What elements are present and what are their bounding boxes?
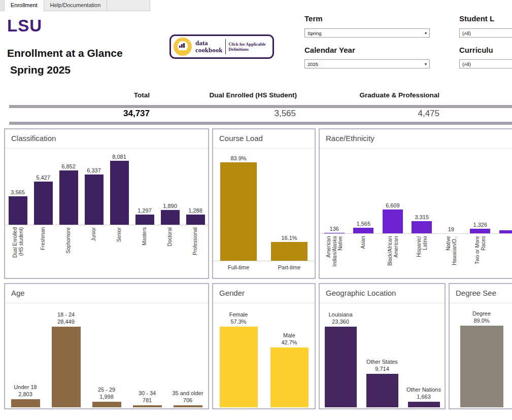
gender-bar[interactable] (270, 347, 309, 407)
bar-slot: 19 (436, 149, 466, 233)
geographic_location-bar[interactable] (366, 374, 398, 407)
classification-bar[interactable] (110, 161, 129, 225)
bar-slot: 3,565 (5, 149, 30, 225)
classification-bar[interactable] (85, 174, 104, 225)
tab-enrollment[interactable]: Enrollment (4, 0, 44, 11)
age-bar[interactable] (52, 327, 81, 407)
geographic-location-chart: Louisiana23,360Other States9,714Other Na… (320, 303, 445, 407)
axis-category-label: Hispanic/Latino (407, 234, 437, 277)
bar-slot: 136 (320, 149, 349, 233)
bar-value-label: 6,337 (87, 167, 101, 173)
bar-slot: 1,297 (132, 149, 157, 225)
chart-title-age: Age (5, 284, 208, 303)
bar-category-value-label: Under 182,803 (14, 383, 37, 398)
mini-bar-chart-icon (179, 43, 185, 48)
student-level-dropdown[interactable]: (All) (459, 28, 512, 38)
bar-slot: 5,427 (30, 149, 56, 225)
classification-bar[interactable] (161, 210, 180, 225)
race_ethnicity-bar[interactable] (383, 209, 403, 233)
bar-value-label: 136 (330, 226, 339, 232)
panel-gender: Gender Female57.3%Male42.7% (212, 283, 316, 409)
age-bar[interactable] (92, 402, 121, 407)
panel-degree-seeking: Degree See Degree89.0% (449, 283, 512, 409)
bar-slot-clipped (495, 149, 512, 233)
axis-category-label: Black/AfricanAmerican (378, 234, 407, 277)
age-bar[interactable] (174, 405, 202, 407)
degree_seeking-bar[interactable] (460, 326, 503, 407)
bar-value-label: 6,852 (61, 163, 76, 169)
bar-slot: 6,852 (56, 149, 81, 225)
race_ethnicity-bar-clipped[interactable] (499, 230, 512, 233)
student-level-dropdown-value: (All) (462, 30, 471, 36)
bar-slot: 1,326 (466, 149, 495, 233)
bar-category-value-label: Female57.3% (229, 311, 248, 325)
calendar-year-dropdown[interactable]: 2025 ▾ (304, 59, 430, 68)
geographic_location-bar[interactable] (325, 327, 357, 407)
axis-category-label: Two or MoreRaces (466, 234, 495, 277)
axis-category-label: Masters (132, 225, 157, 276)
degree-seeking-chart: Degree89.0% (450, 303, 512, 407)
classification-bar[interactable] (135, 215, 154, 225)
summary-header-total: Total (51, 91, 150, 99)
course_load-bar[interactable] (220, 162, 257, 261)
course_load-bar[interactable] (271, 242, 308, 261)
bar-category-value-label: Degree89.0% (472, 310, 491, 324)
chevron-down-icon: ▾ (425, 62, 427, 66)
chart-title-course-load: Course Load (213, 129, 315, 149)
bar-value-label: 5,427 (36, 174, 50, 181)
bar-slot: 30 - 34781 (127, 303, 167, 407)
bar-value-label: 1,288 (188, 207, 202, 214)
bar-value-label: 8,081 (112, 154, 126, 160)
summary-divider-bottom (9, 122, 512, 125)
axis-category-label: Professional (183, 225, 208, 276)
bar-slot: 8,081 (107, 149, 132, 225)
bar-value-label: 6,609 (386, 202, 400, 208)
bar-category-value-label: 18 - 2428,449 (57, 311, 75, 325)
filter-label-term: Term (304, 14, 323, 23)
race_ethnicity-bar[interactable] (412, 221, 432, 233)
filter-label-student-level: Student L (459, 14, 494, 23)
race_ethnicity-bar[interactable] (470, 229, 490, 233)
panel-race-ethnicity: Race/Ethnicity 1361,5656,6093,315191,326… (319, 128, 512, 279)
bar-slot: 83.9% (213, 149, 264, 261)
gender-bar[interactable] (220, 327, 258, 407)
bar-slot: 16.1% (264, 149, 315, 261)
summary-value-dual-enrolled: 3,565 (152, 109, 296, 119)
axis-category-label: AmericanIndian/AlaskaNative (320, 234, 349, 277)
curriculum-dropdown[interactable]: (All) (459, 59, 512, 68)
geographic_location-bar[interactable] (408, 402, 440, 407)
race_ethnicity-bar[interactable] (324, 233, 345, 233)
filter-label-curriculum: Curriculu (459, 46, 493, 54)
summary-value-grad-professional: 4,475 (294, 109, 439, 119)
classification-bar[interactable] (186, 215, 205, 225)
classification-bar[interactable] (9, 196, 27, 225)
classification-bar[interactable] (59, 170, 78, 225)
axis-category-label: Asian (349, 234, 379, 277)
panel-classification: Classification 3,5655,4276,8526,3378,081… (4, 128, 209, 279)
summary-header-dual-enrolled: Dual Enrolled (HS Student) (152, 91, 297, 99)
term-dropdown[interactable]: Spring ▾ (304, 28, 430, 38)
cookbook-logo-icon (174, 38, 192, 56)
chart-title-gender: Gender (213, 284, 315, 303)
tab-bar-left-pad (0, 0, 4, 11)
classification-bar[interactable] (34, 182, 53, 225)
panel-age: Age Under 182,80318 - 2428,44925 - 291,9… (4, 283, 209, 409)
tab-help-documentation[interactable]: Help/Documentation (44, 0, 108, 11)
bar-slot: 1,890 (157, 149, 183, 225)
page-title-line1: Enrollment at a Glance (7, 45, 123, 61)
chart-title-classification: Classification (5, 129, 208, 149)
age-bar[interactable] (11, 399, 40, 407)
bar-slot: Louisiana23,360 (320, 303, 361, 407)
bar-category-value-label: Louisiana23,360 (328, 311, 352, 325)
race_ethnicity-bar[interactable] (353, 228, 373, 233)
cookbook-wordmark: data cookbook (195, 40, 222, 54)
bar-slot: 25 - 291,998 (86, 303, 127, 407)
axis-category-label: Junior (81, 225, 107, 276)
bar-slot: 6,609 (378, 149, 407, 233)
page-title-line2: Spring 2025 (7, 61, 123, 78)
age-bar[interactable] (133, 405, 162, 407)
axis-category-label: Sophomore (56, 225, 81, 276)
data-cookbook-link[interactable]: data cookbook Click for Applicable Defin… (169, 34, 274, 59)
term-dropdown-value: Spring (308, 30, 321, 36)
bar-category-value-label: Male42.7% (281, 332, 297, 346)
